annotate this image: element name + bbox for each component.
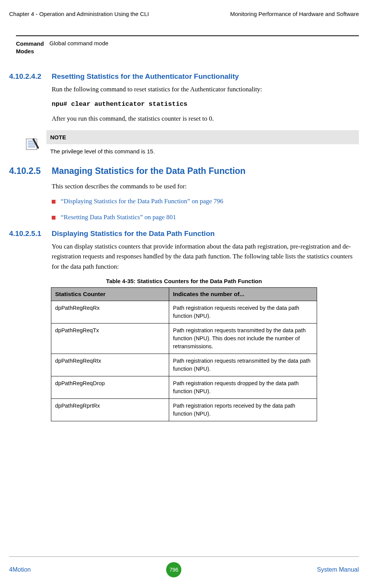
section-4-10-2-5-heading: 4.10.2.5 Managing Statistics for the Dat… [9,166,359,176]
table-cell: Path registration requests received by t… [169,301,317,323]
bullet-square-icon [52,216,56,220]
table-header-cell: Indicates the number of... [169,288,317,301]
paragraph: Run the following command to reset stati… [52,84,359,94]
paragraph: After you run this command, the statisti… [52,114,359,124]
table-row: dpPathRegRprtRx Path registration report… [51,399,317,421]
link-text[interactable]: “Resetting Data Path Statistics” on page… [61,214,176,221]
note-block: NOTE The privilege level of this command… [18,130,359,158]
note-content: NOTE The privilege level of this command… [46,130,359,158]
paragraph: You can display statistics counters that… [52,242,359,272]
table-cell: Path registration requests retransmitted… [169,354,317,376]
header-left: Chapter 4 - Operation and Administration… [9,11,149,17]
bullet-list: “Displaying Statistics for the Data Path… [52,198,359,221]
paragraph: This section describes the commands to b… [52,182,359,191]
section-number: 4.10.2.5 [9,166,52,176]
section-number: 4.10.2.5.1 [9,229,52,238]
command-modes-label-l2: Modes [16,48,34,54]
table-cell: Path registration requests dropped by th… [169,376,317,399]
note-body: The privilege level of this command is 1… [46,144,359,158]
note-header: NOTE [46,130,359,144]
command-modes-value: Global command mode [48,40,108,55]
list-item: “Resetting Data Path Statistics” on page… [52,214,359,221]
table-cell: dpPathRegReqRtx [51,354,169,376]
section-4-10-2-4-2-heading: 4.10.2.4.2 Resetting Statistics for the … [9,72,359,81]
list-item: “Displaying Statistics for the Data Path… [52,198,359,205]
section-4-10-2-5-1-heading: 4.10.2.5.1 Displaying Statistics for the… [9,229,359,238]
table-cell: Path registration requests transmitted b… [169,323,317,354]
command-modes-label-l1: Command [16,40,44,47]
page-footer: 4Motion 796 System Manual [9,556,359,577]
table-row: dpPathRegReqDrop Path registration reque… [51,376,317,399]
table-cell: dpPathRegRprtRx [51,399,169,421]
table-cell: dpPathRegReqTx [51,323,169,354]
command-modes-block: Command Modes Global command mode [16,35,359,59]
table-caption: Table 4-35: Statistics Counters for the … [9,278,359,284]
footer-right: System Manual [317,566,359,573]
footer-left: 4Motion [9,566,31,573]
command-modes-label: Command Modes [16,40,48,55]
table-row: dpPathRegReqRtx Path registration reques… [51,354,317,376]
table-row: dpPathRegReqRx Path registration request… [51,301,317,323]
section-number: 4.10.2.4.2 [9,72,52,81]
section-title: Managing Statistics for the Data Path Fu… [52,166,246,176]
table-cell: dpPathRegReqRx [51,301,169,323]
link-text[interactable]: “Displaying Statistics for the Data Path… [61,198,223,205]
page-number-badge: 796 [166,562,181,577]
note-icon [18,130,46,158]
table-cell: Path registration reports received by th… [169,399,317,421]
bullet-square-icon [52,200,56,204]
table-row: dpPathRegReqTx Path registration request… [51,323,317,354]
section-title: Resetting Statistics for the Authenticat… [52,72,239,81]
header-right: Monitoring Performance of Hardware and S… [230,11,359,17]
table-header-cell: Statistics Counter [51,288,169,301]
table-cell: dpPathRegReqDrop [51,376,169,399]
stats-counters-table: Statistics Counter Indicates the number … [51,287,317,421]
page-header: Chapter 4 - Operation and Administration… [9,11,359,17]
code-command: npu# clear authenticator statistics [52,100,359,108]
table-header-row: Statistics Counter Indicates the number … [51,288,317,301]
section-title: Displaying Statistics for the Data Path … [52,229,215,238]
